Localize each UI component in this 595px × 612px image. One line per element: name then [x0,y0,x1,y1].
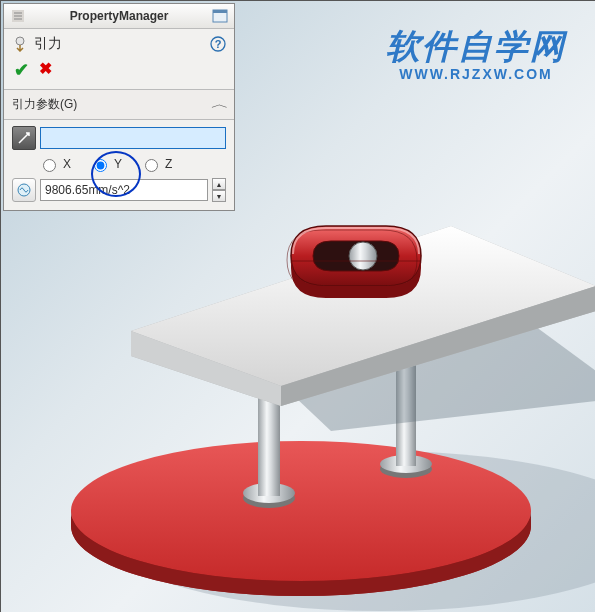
reference-row [12,126,226,150]
watermark-cn: 软件自学网 [386,29,566,65]
svg-text:?: ? [215,38,222,50]
reference-pick-button[interactable] [12,126,36,150]
watermark: 软件自学网 WWW.RJZXW.COM [386,29,566,81]
spin-up-icon[interactable]: ▲ [212,178,226,190]
axis-z[interactable]: Z [140,156,172,172]
value-spinner[interactable]: ▲ ▼ [212,178,226,202]
axis-y[interactable]: Y [89,156,122,172]
gravity-icon-button[interactable] [12,178,36,202]
gravity-feature-icon [12,36,28,52]
gravity-value-row: ▲ ▼ [12,178,226,202]
panel-grip-icon [8,6,28,26]
axis-x[interactable]: X [38,156,71,172]
confirm-row: ✔ ✖ [4,57,234,89]
svg-point-24 [16,37,24,45]
panel-header: PropertyManager [4,4,234,29]
svg-point-16 [349,242,377,270]
feature-label: 引力 [34,35,62,53]
reference-input[interactable] [40,127,226,149]
help-icon[interactable]: ? [210,36,226,52]
section-header[interactable]: 引力参数(G) ︿ [4,89,234,120]
gravity-value-input[interactable] [40,179,208,201]
axis-row: X Y Z [12,150,226,178]
watermark-en: WWW.RJZXW.COM [386,67,566,82]
spin-down-icon[interactable]: ▼ [212,190,226,202]
section-body: X Y Z ▲ ▼ [4,120,234,210]
cancel-button[interactable]: ✖ [39,59,52,81]
property-manager-panel: PropertyManager 引力 ? ✔ ✖ 引力参数(G) ︿ X Y Z [3,3,235,211]
feature-row: 引力 ? [4,29,234,57]
panel-options-icon[interactable] [210,6,230,26]
section-label: 引力参数(G) [12,96,214,113]
ok-button[interactable]: ✔ [14,59,29,81]
axis-x-label: X [63,157,71,171]
svg-rect-23 [213,10,227,13]
collapse-icon: ︿ [211,96,229,113]
axis-y-label: Y [114,157,122,171]
svg-point-2 [71,441,531,581]
axis-z-label: Z [165,157,172,171]
panel-title: PropertyManager [34,9,204,23]
